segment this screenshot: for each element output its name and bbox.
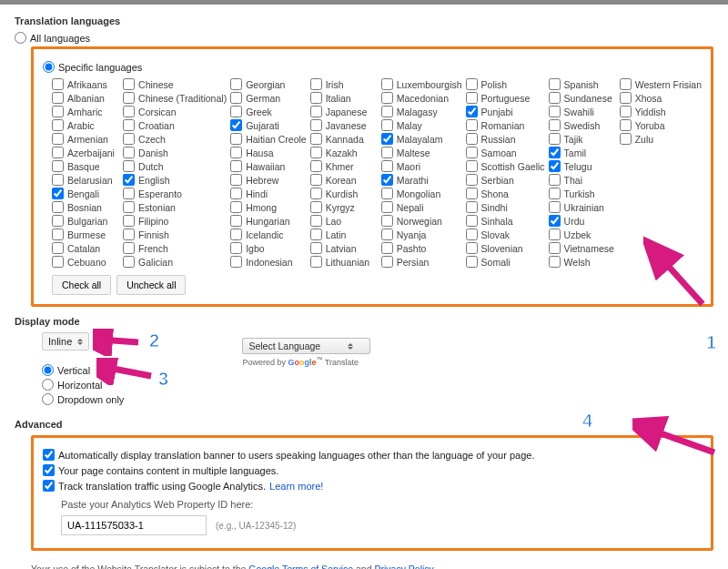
language-item[interactable]: Polish <box>466 78 545 90</box>
language-checkbox[interactable] <box>620 92 632 104</box>
language-item[interactable]: English <box>123 174 227 186</box>
language-checkbox[interactable] <box>466 256 478 268</box>
language-item[interactable]: Sinhala <box>466 215 545 227</box>
language-checkbox[interactable] <box>52 242 64 254</box>
language-checkbox[interactable] <box>549 92 561 104</box>
language-checkbox[interactable] <box>549 215 561 227</box>
language-checkbox[interactable] <box>620 78 632 90</box>
language-checkbox[interactable] <box>52 215 64 227</box>
language-item[interactable]: Chinese (Traditional) <box>123 92 227 104</box>
language-checkbox[interactable] <box>123 201 135 213</box>
language-item[interactable]: Pashto <box>381 242 462 254</box>
radio-specific-languages[interactable] <box>43 61 55 73</box>
language-checkbox[interactable] <box>549 147 561 158</box>
language-item[interactable]: Bengali <box>52 188 119 199</box>
language-checkbox[interactable] <box>123 215 135 227</box>
language-checkbox[interactable] <box>52 133 64 145</box>
language-item[interactable]: Greek <box>230 106 307 117</box>
language-item[interactable]: Finnish <box>123 229 227 240</box>
language-checkbox[interactable] <box>230 119 242 131</box>
language-item[interactable]: Corsican <box>123 106 227 117</box>
language-item[interactable]: Romanian <box>466 119 545 131</box>
language-item[interactable]: Japanese <box>310 106 378 117</box>
language-item[interactable]: Italian <box>310 92 378 104</box>
language-checkbox[interactable] <box>381 106 393 117</box>
language-checkbox[interactable] <box>466 215 478 227</box>
language-item[interactable]: French <box>123 242 227 254</box>
language-item[interactable]: Khmer <box>310 160 378 172</box>
language-checkbox[interactable] <box>230 133 242 145</box>
language-item[interactable]: Sindhi <box>466 201 545 213</box>
language-checkbox[interactable] <box>466 119 478 131</box>
language-item[interactable]: Haitian Creole <box>230 133 307 145</box>
language-item[interactable]: Armenian <box>52 133 119 145</box>
language-checkbox[interactable] <box>549 78 561 90</box>
language-item[interactable]: Marathi <box>381 174 462 186</box>
language-checkbox[interactable] <box>230 174 242 186</box>
language-checkbox[interactable] <box>549 119 561 131</box>
language-checkbox[interactable] <box>549 106 561 117</box>
language-checkbox[interactable] <box>123 188 135 199</box>
language-checkbox[interactable] <box>310 174 322 186</box>
language-item[interactable]: Korean <box>310 174 378 186</box>
language-item[interactable]: Xhosa <box>620 92 702 104</box>
language-checkbox[interactable] <box>381 174 393 186</box>
language-checkbox[interactable] <box>310 215 322 227</box>
language-checkbox[interactable] <box>123 92 135 104</box>
language-item[interactable]: Norwegian <box>381 215 462 227</box>
language-checkbox[interactable] <box>52 160 64 172</box>
language-checkbox[interactable] <box>381 147 393 158</box>
language-item[interactable]: Swahili <box>549 106 616 117</box>
language-checkbox[interactable] <box>310 78 322 90</box>
language-item[interactable]: Dutch <box>123 160 227 172</box>
language-item[interactable]: Malayalam <box>381 133 462 145</box>
language-item[interactable]: Nepali <box>381 201 462 213</box>
language-checkbox[interactable] <box>52 188 64 199</box>
language-checkbox[interactable] <box>620 106 632 117</box>
language-checkbox[interactable] <box>310 201 322 213</box>
language-item[interactable]: Somali <box>466 256 545 268</box>
language-checkbox[interactable] <box>549 133 561 145</box>
language-item[interactable]: Slovenian <box>466 242 545 254</box>
language-checkbox[interactable] <box>466 242 478 254</box>
language-item[interactable]: Arabic <box>52 119 119 131</box>
language-item[interactable]: Esperanto <box>123 188 227 199</box>
radio-vertical[interactable] <box>42 364 54 376</box>
language-checkbox[interactable] <box>381 133 393 145</box>
language-checkbox[interactable] <box>381 119 393 131</box>
language-item[interactable]: Georgian <box>230 78 307 90</box>
language-item[interactable]: Slovak <box>466 229 545 240</box>
language-item[interactable]: Turkish <box>549 188 616 199</box>
language-item[interactable]: Hawaiian <box>230 160 307 172</box>
language-item[interactable]: Spanish <box>549 78 616 90</box>
language-item[interactable]: Maori <box>381 160 462 172</box>
language-checkbox[interactable] <box>381 215 393 227</box>
check-all-button[interactable]: Check all <box>52 275 111 295</box>
language-item[interactable]: Serbian <box>466 174 545 186</box>
language-checkbox[interactable] <box>466 147 478 158</box>
language-checkbox[interactable] <box>310 229 322 240</box>
language-checkbox[interactable] <box>310 92 322 104</box>
language-item[interactable]: Luxembourgish <box>381 78 462 90</box>
language-item[interactable]: Persian <box>381 256 462 268</box>
display-mode-select[interactable]: Inline <box>42 332 89 351</box>
language-checkbox[interactable] <box>230 188 242 199</box>
language-checkbox[interactable] <box>230 106 242 117</box>
language-checkbox[interactable] <box>123 78 135 90</box>
language-checkbox[interactable] <box>52 119 64 131</box>
language-item[interactable]: Czech <box>123 133 227 145</box>
language-item[interactable]: Urdu <box>549 215 616 227</box>
language-checkbox[interactable] <box>52 147 64 158</box>
language-checkbox[interactable] <box>230 92 242 104</box>
language-item[interactable]: Lao <box>310 215 378 227</box>
language-checkbox[interactable] <box>123 133 135 145</box>
language-checkbox[interactable] <box>549 229 561 240</box>
language-item[interactable]: Russian <box>466 133 545 145</box>
language-item[interactable]: Irish <box>310 78 378 90</box>
language-checkbox[interactable] <box>310 256 322 268</box>
language-checkbox[interactable] <box>381 242 393 254</box>
language-checkbox[interactable] <box>466 188 478 199</box>
language-item[interactable]: Danish <box>123 147 227 158</box>
language-item[interactable]: Thai <box>549 174 616 186</box>
language-item[interactable]: Tajik <box>549 133 616 145</box>
